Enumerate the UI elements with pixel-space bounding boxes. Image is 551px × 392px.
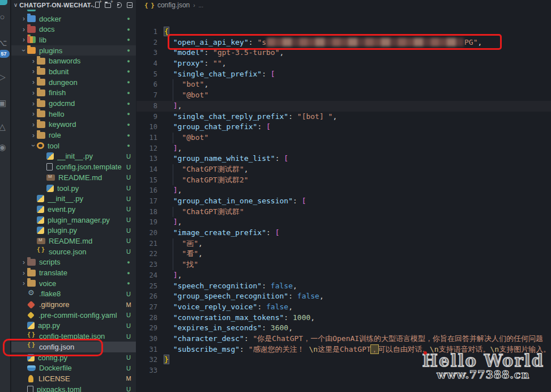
- code-line[interactable]: 5 "single_chat_prefix": [: [136, 69, 551, 80]
- chevron-right-icon[interactable]: ›: [30, 79, 37, 86]
- tree-item-README.md[interactable]: README.mdU: [11, 172, 136, 183]
- code-line[interactable]: 31 "subscribe_msg": "感谢您的关注！ \n这里是ChatGP…: [136, 344, 551, 355]
- tree-item-dungeon[interactable]: ›dungeon●: [11, 77, 136, 88]
- tree-item-hello[interactable]: ›hello●: [11, 109, 136, 120]
- tree-item-voice[interactable]: ›voice●: [11, 278, 136, 289]
- code-line[interactable]: 29 "expires_in_seconds": 3600,: [136, 323, 551, 334]
- breadcrumb[interactable]: { } config.json › ...: [136, 0, 551, 10]
- tree-item-tool.py[interactable]: tool.pyU: [11, 183, 136, 194]
- breadcrumb-more[interactable]: ...: [199, 2, 203, 8]
- chevron-right-icon[interactable]: ›: [20, 36, 27, 43]
- chevron-right-icon[interactable]: ›: [20, 15, 27, 22]
- chevron-down-icon[interactable]: ›: [30, 142, 37, 149]
- tree-item-pixpacks.toml[interactable]: pixpacks.tomlU: [11, 384, 136, 392]
- code-line[interactable]: 8 ],: [136, 101, 551, 112]
- code-line[interactable]: 25 "speech_recognition": false,: [136, 281, 551, 292]
- code-line[interactable]: 13 "group_name_white_list": [: [136, 154, 551, 164]
- source-control-icon[interactable]: ⌥: [0, 37, 9, 49]
- chevron-right-icon[interactable]: ›: [20, 26, 27, 33]
- code-line[interactable]: 1{: [136, 27, 551, 37]
- code-line[interactable]: 19 ],: [136, 217, 551, 228]
- code-line[interactable]: 10 "group_chat_prefix": [: [136, 122, 551, 133]
- code-line[interactable]: 32}: [136, 355, 551, 365]
- code-line[interactable]: 14 "ChatGPT测试群",: [136, 164, 551, 175]
- tree-item-plugin.py[interactable]: plugin.pyU: [11, 225, 136, 236]
- extensions-icon[interactable]: ▣: [0, 97, 9, 109]
- code-line[interactable]: 16 ],: [136, 185, 551, 196]
- tree-item-role[interactable]: ›role●: [11, 130, 136, 140]
- tree-item-keyword[interactable]: ›keyword●: [11, 120, 136, 130]
- tree-item-source.json[interactable]: source.jsonU: [11, 246, 136, 257]
- tree-item-plugins[interactable]: ›plugins●: [11, 45, 136, 56]
- tree-item-.gitignore[interactable]: .gitignoreM: [11, 299, 136, 310]
- chevron-right-icon[interactable]: ›: [20, 259, 27, 266]
- tree-item-translate[interactable]: ›translate●: [11, 267, 136, 278]
- code-line[interactable]: 3 "model": "gpt-3.5-turbo",: [136, 48, 551, 58]
- tree-item-config.json[interactable]: config.json: [11, 342, 136, 352]
- code-line[interactable]: 26 "group_speech_recognition": false,: [136, 291, 551, 302]
- chevron-right-icon[interactable]: ›: [30, 90, 37, 96]
- chevron-right-icon[interactable]: ›: [30, 121, 37, 128]
- code-line[interactable]: 4 "proxy": "",: [136, 58, 551, 69]
- tree-item-config.py[interactable]: config.pyU: [11, 352, 136, 363]
- chevron-right-icon[interactable]: ›: [30, 58, 37, 65]
- code-line[interactable]: 21 "画",: [136, 238, 551, 249]
- search-icon[interactable]: ○: [0, 11, 9, 23]
- tree-item-finish[interactable]: ›finish●: [11, 88, 136, 99]
- tree-item-LICENSE[interactable]: LICENSEM: [11, 373, 136, 384]
- code-line[interactable]: 20 "image_create_prefix": [: [136, 228, 551, 238]
- tree-item-godcmd[interactable]: ›godcmd●: [11, 98, 136, 109]
- collapse-folders-icon[interactable]: [127, 2, 133, 8]
- tree-item-__init__.py[interactable]: __init__.pyU: [11, 193, 136, 204]
- account-icon[interactable]: ◉: [0, 142, 9, 153]
- refresh-explorer-icon[interactable]: [116, 2, 122, 8]
- code-line[interactable]: 22 "看",: [136, 249, 551, 259]
- tree-item-scripts[interactable]: ›scripts●: [11, 257, 136, 268]
- test-icon[interactable]: △: [0, 121, 9, 133]
- run-debug-icon[interactable]: ▷: [0, 71, 9, 83]
- code-line[interactable]: 2 "open_ai_api_key": "sPG",: [136, 37, 551, 48]
- chevron-down-icon[interactable]: ›: [20, 47, 27, 54]
- breadcrumb-file[interactable]: config.json: [157, 1, 190, 9]
- chevron-right-icon[interactable]: ›: [30, 110, 37, 117]
- chevron-right-icon[interactable]: ›: [30, 132, 37, 139]
- code-line[interactable]: 15 "ChatGPT测试群2": [136, 175, 551, 186]
- tree-item-event.py[interactable]: event.pyU: [11, 204, 136, 215]
- tree-item-.flake8[interactable]: .flake8U: [11, 289, 136, 300]
- chevron-right-icon[interactable]: ›: [20, 280, 27, 287]
- code-line[interactable]: 7 "@bot": [136, 90, 551, 101]
- code-line[interactable]: 24 ],: [136, 270, 551, 281]
- tree-item-tool[interactable]: ›tool●: [11, 140, 136, 151]
- code-line[interactable]: 33: [136, 365, 551, 376]
- code-line[interactable]: 18 "ChatGPT测试群": [136, 207, 551, 218]
- tree-item-config.json.template[interactable]: config.json.templateU: [11, 161, 136, 172]
- tree-item-Dockerfile[interactable]: DockerfileU: [11, 363, 136, 373]
- code-line[interactable]: 27 "voice_reply_voice": false,: [136, 302, 551, 313]
- tree-item-.pre-commit-config.yaml[interactable]: .pre-commit-config.yamlU: [11, 310, 136, 321]
- tree-item-config-template.json[interactable]: config-template.jsonU: [11, 331, 136, 342]
- tree-item-banwords[interactable]: ›banwords●: [11, 56, 136, 66]
- explorer-header[interactable]: ∨ CHATGPT-ON-WECHAT-...: [11, 0, 136, 10]
- code-line[interactable]: 28 "conversation_max_tokens": 1000,: [136, 313, 551, 323]
- code-line[interactable]: 30 "character_desc": "你是ChatGPT，一个由OpenA…: [136, 334, 551, 344]
- code-line[interactable]: 12 ],: [136, 143, 551, 154]
- chevron-right-icon[interactable]: ›: [30, 100, 37, 107]
- tree-item-plugin_manager.py[interactable]: plugin_manager.pyU: [11, 215, 136, 225]
- tree-item-README.md[interactable]: README.mdU: [11, 236, 136, 246]
- code-line[interactable]: 11 "@bot": [136, 133, 551, 143]
- code-area[interactable]: 1{2 "open_ai_api_key": "sPG",3 "model": …: [136, 27, 551, 376]
- tree-item-docker[interactable]: ›docker●: [11, 14, 136, 24]
- chevron-right-icon[interactable]: ›: [20, 270, 27, 276]
- chevron-right-icon[interactable]: ›: [30, 68, 37, 75]
- new-file-icon[interactable]: [95, 2, 100, 8]
- tree-item-bdunit[interactable]: ›bdunit●: [11, 66, 136, 77]
- code-line[interactable]: 6 "bot",: [136, 79, 551, 90]
- tree-item-docs[interactable]: ›docs●: [11, 24, 136, 35]
- code-line[interactable]: 23 "找": [136, 259, 551, 270]
- new-folder-icon[interactable]: [105, 3, 111, 8]
- code-line[interactable]: 9 "single_chat_reply_prefix": "[bot] ",: [136, 112, 551, 122]
- tree-item-__init__.py[interactable]: __init__.pyU: [11, 151, 136, 162]
- code-line[interactable]: 17 "group_chat_in_one_session": [: [136, 196, 551, 207]
- tree-item-lib[interactable]: ›lib●: [11, 35, 136, 45]
- tree-item-app.py[interactable]: app.pyU: [11, 321, 136, 331]
